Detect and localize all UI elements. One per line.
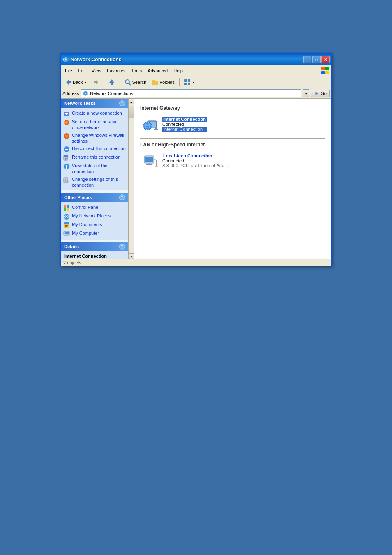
menu-view[interactable]: View: [89, 67, 104, 74]
menu-tools[interactable]: Tools: [129, 67, 145, 74]
svg-rect-17: [188, 83, 190, 85]
left-panel-scrollbar[interactable]: ▲ ▼: [129, 99, 134, 259]
lan-connection-icon: [142, 153, 158, 169]
task-view-status[interactable]: View status of this connection: [61, 162, 128, 176]
windows-logo-icon: [321, 66, 330, 75]
svg-rect-30: [65, 158, 67, 159]
task-firewall[interactable]: Change Windows Firewall settings: [61, 132, 128, 145]
task-control-panel[interactable]: Control Panel: [61, 204, 128, 212]
address-input[interactable]: Network Connections: [81, 89, 301, 97]
internet-connection-item[interactable]: Internet Connection Connected Internet C…: [140, 114, 325, 134]
scroll-down-button[interactable]: ▼: [129, 253, 134, 259]
network-tasks-list: Create a new connection Set up a home or…: [61, 108, 128, 190]
home-network-icon: [63, 119, 70, 126]
svg-rect-16: [184, 83, 187, 85]
other-places-header[interactable]: Other Places ⌃: [61, 193, 128, 202]
internet-connection-type: Internet Connection: [162, 127, 207, 132]
views-dropdown[interactable]: ▼: [192, 81, 195, 84]
firewall-icon: [63, 133, 70, 139]
task-my-computer-label: My Computer: [72, 230, 99, 236]
folders-label: Folders: [159, 80, 175, 85]
back-button[interactable]: Back ▼: [63, 78, 89, 87]
maximize-button[interactable]: □: [312, 56, 321, 63]
network-tasks-collapse[interactable]: ⌃: [119, 100, 125, 106]
other-places-list: Control Panel My Network Places: [61, 202, 128, 240]
task-my-network[interactable]: My Network Places: [61, 212, 128, 221]
svg-rect-22: [66, 113, 67, 115]
svg-marker-19: [316, 92, 318, 95]
menu-file[interactable]: File: [62, 67, 75, 74]
right-panel: Internet Gateway: [134, 99, 331, 259]
details-label: Details: [64, 244, 79, 249]
local-area-connection-status: Connected: [162, 158, 228, 163]
back-dropdown[interactable]: ▼: [84, 81, 87, 84]
internet-gateway-icon: [142, 116, 158, 132]
network-tasks-label: Network Tasks: [64, 101, 96, 106]
svg-rect-63: [146, 164, 152, 165]
title-bar: Network Connections – □ ✕: [61, 54, 331, 65]
other-places-section: Other Places ⌃ Control Panel: [61, 193, 128, 240]
svg-rect-38: [65, 180, 66, 181]
other-places-label: Other Places: [64, 195, 92, 200]
content-area: Network Tasks ⌃ Create a new connection: [61, 99, 331, 259]
task-firewall-label: Change Windows Firewall settings: [72, 132, 126, 144]
settings-icon: [63, 177, 70, 183]
details-header[interactable]: Details ⌃: [61, 242, 128, 251]
task-my-documents[interactable]: My Documents: [61, 221, 128, 229]
svg-rect-31: [65, 159, 66, 160]
back-icon: [65, 79, 72, 86]
my-computer-icon: [63, 231, 70, 237]
task-change-settings[interactable]: Change settings of this connection: [61, 176, 128, 189]
svg-rect-37: [65, 180, 67, 180]
address-dropdown-button[interactable]: ▼: [303, 89, 309, 97]
menu-help[interactable]: Help: [171, 67, 185, 74]
local-area-connection-name: Local Area Connection: [162, 153, 228, 158]
internet-gateway-section: Internet Gateway: [140, 105, 325, 134]
task-home-network[interactable]: Set up a home or small office network: [61, 118, 128, 132]
folders-icon: [152, 79, 159, 86]
task-rename[interactable]: Rename this connection: [61, 153, 128, 162]
task-my-computer[interactable]: My Computer: [61, 229, 128, 238]
forward-button[interactable]: [90, 78, 101, 87]
scroll-up-button[interactable]: ▲: [129, 99, 134, 104]
svg-rect-42: [67, 208, 69, 211]
svg-rect-15: [188, 79, 190, 82]
svg-rect-14: [184, 79, 187, 82]
address-icon: [83, 90, 88, 96]
search-button[interactable]: Search: [122, 78, 148, 87]
views-icon: [184, 79, 191, 86]
title-bar-icon: [62, 56, 69, 63]
menu-edit[interactable]: Edit: [76, 67, 88, 74]
details-collapse[interactable]: ⌃: [119, 244, 125, 250]
scroll-track: [129, 104, 134, 253]
network-tasks-header[interactable]: Network Tasks ⌃: [61, 99, 128, 108]
task-disconnect-label: Disconnect this connection: [72, 146, 126, 151]
rename-icon: [63, 155, 70, 161]
close-button[interactable]: ✕: [321, 56, 330, 63]
network-tasks-section: Network Tasks ⌃ Create a new connection: [61, 99, 128, 190]
up-icon: [108, 79, 115, 86]
status-bar: 2 objects: [61, 259, 331, 266]
menu-favorites[interactable]: Favorites: [104, 67, 128, 74]
svg-rect-47: [65, 226, 67, 227]
svg-point-24: [65, 121, 68, 124]
toolbar-separator-1: [104, 78, 104, 86]
minimize-button[interactable]: –: [303, 56, 311, 63]
task-disconnect[interactable]: Disconnect this connection: [61, 145, 128, 153]
svg-line-11: [129, 83, 131, 85]
scroll-thumb[interactable]: [129, 106, 134, 118]
internet-gateway-label: Internet Gateway: [140, 105, 325, 111]
local-area-connection-item[interactable]: Local Area Connection Connected SiS 900 …: [140, 151, 325, 171]
task-create-connection[interactable]: Create a new connection: [61, 109, 128, 118]
other-places-collapse[interactable]: ⌃: [119, 194, 125, 200]
svg-rect-34: [66, 166, 67, 169]
svg-rect-36: [65, 179, 67, 179]
menu-advanced[interactable]: Advanced: [145, 67, 170, 74]
folders-button[interactable]: Folders: [150, 78, 177, 87]
svg-rect-13: [152, 80, 155, 81]
svg-rect-3: [325, 67, 329, 70]
svg-rect-8: [111, 82, 113, 85]
views-button[interactable]: ▼: [182, 78, 197, 87]
up-button[interactable]: [106, 78, 117, 87]
go-button[interactable]: Go: [311, 90, 330, 97]
